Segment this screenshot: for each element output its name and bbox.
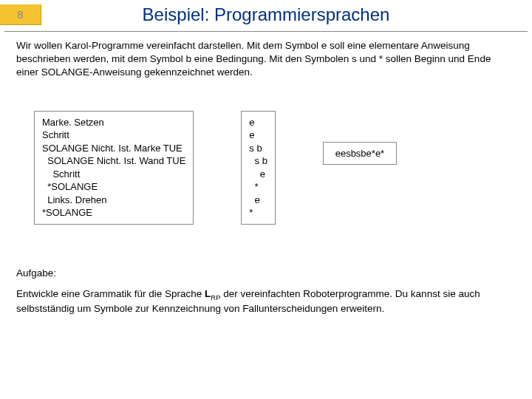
task-lang-subscript: RP xyxy=(211,293,220,301)
code-boxes-row: Marke. Setzen Schritt SOLANGE Nicht. Ist… xyxy=(0,80,532,225)
code-box-karol: Marke. Setzen Schritt SOLANGE Nicht. Ist… xyxy=(34,111,194,225)
code-box-string: eesbsbe*e* xyxy=(323,142,397,166)
task-body: Entwickle eine Grammatik für die Sprache… xyxy=(0,279,532,316)
intro-paragraph: Wir wollen Karol-Programme vereinfacht d… xyxy=(0,32,532,80)
page-number-badge: 8 xyxy=(0,4,41,25)
task-text-pre: Entwickle eine Grammatik für die Sprache xyxy=(16,288,205,299)
header: 8 Beispiel: Programmiersprachen xyxy=(0,0,532,30)
page-title: Beispiel: Programmiersprachen xyxy=(41,4,532,25)
code-box-symbols: e e s b s b e * e * xyxy=(241,111,276,225)
task-label: Aufgabe: xyxy=(0,225,532,279)
